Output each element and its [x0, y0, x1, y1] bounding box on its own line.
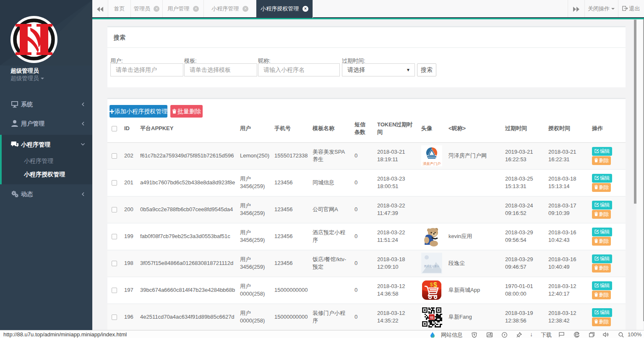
svg-text:$: $: [433, 281, 437, 288]
svg-text:图片无法显示: 图片无法显示: [424, 265, 439, 268]
svg-text:泽房产门户: 泽房产门户: [423, 162, 441, 166]
svg-text:$: $: [430, 282, 433, 288]
svg-text:福: 福: [430, 315, 434, 320]
